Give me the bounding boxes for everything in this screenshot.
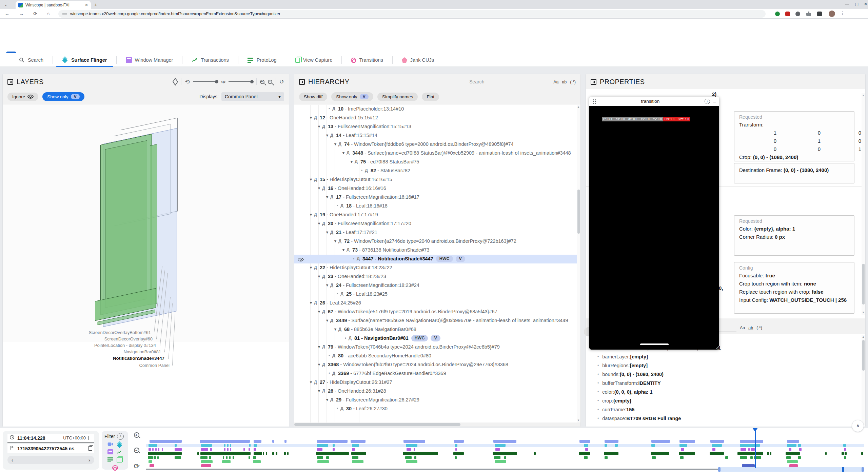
expand-arrow-icon[interactable]: ▼ [332,237,338,245]
leaf-dot-icon[interactable]: • [326,352,332,360]
tree-node[interactable]: •Д10 - ImePlaceholder:13:14#10 [294,105,580,114]
leaf-dot-icon[interactable]: • [326,369,332,378]
tree-node[interactable]: ▼Д74 - WindowToken{fdddbe6 type=2000 and… [294,140,580,149]
home-icon[interactable]: ⌂ [47,11,50,16]
timeline-reset-icon[interactable]: ⟳ [134,463,140,470]
timeline-collapse-button[interactable]: ∧ [852,420,864,432]
expand-arrow-icon[interactable]: ▼ [316,219,322,228]
tab-jank-cujs[interactable]: Jank CUJs [393,53,443,67]
expand-arrow-icon[interactable]: ▼ [332,325,338,334]
expand-arrow-icon[interactable]: ▼ [316,308,322,316]
expand-arrow-icon[interactable]: ▼ [340,149,347,157]
layer-label[interactable]: NavigationBar0#81 [3,349,161,354]
visibility-eye-icon[interactable] [298,256,304,262]
hierarchy-hscrollbar[interactable] [294,422,580,427]
forward-icon[interactable]: → [19,11,24,16]
rotate-view-icon[interactable]: ⟲ [185,79,190,85]
tree-node[interactable]: ▼Д24 - FullscreenMagnification:18:23#24 [294,281,580,290]
expand-arrow-icon[interactable]: ▼ [316,343,322,351]
expand-arrow-icon[interactable]: ▼ [349,158,355,166]
window-maximize-button[interactable]: ▢ [855,2,859,6]
cast-icon[interactable] [817,12,822,16]
current-ns-field[interactable]: 1715339054227572545 ns [7,444,94,453]
expand-arrow-icon[interactable]: ▼ [324,228,330,237]
panel-collapse-icon[interactable] [299,79,305,85]
filter-collapse-icon[interactable]: ∧ [117,433,124,440]
expand-arrow-icon[interactable]: ▼ [316,184,322,193]
expand-arrow-icon[interactable]: ▼ [308,299,314,307]
property-item[interactable]: •blurRegions: [empty] [586,361,865,370]
tab-transitions[interactable]: Transitions [342,53,392,67]
tree-node[interactable]: ▼Д17 - FullscreenMagnification:16:16#17 [294,193,580,202]
tree-node[interactable]: ▼Д72 - WindowToken{a2746de type=2040 and… [294,237,580,246]
screen-recording-icon[interactable] [107,442,113,447]
expand-arrow-icon[interactable]: ▼ [316,360,322,369]
tree-node[interactable]: •Д3447 - NotificationShade#3447HWCV [294,255,580,263]
tree-node[interactable]: ▼Д12 - OneHanded:15:15#12 [294,114,580,122]
property-item[interactable]: •currFrame: 155 [586,405,865,414]
info-icon[interactable]: i [705,99,710,104]
layer-label[interactable]: PointerLocation - display 0#134 [3,343,156,348]
tree-node[interactable]: •Д81 - NavigationBar0#81HWCV [294,334,580,343]
tab-protolog[interactable]: ProtoLog [238,53,286,67]
timeline-scroll-track[interactable] [146,469,718,470]
zoom-out-icon[interactable]: − [268,80,272,84]
chip-show-diff[interactable]: Show diff [299,93,327,101]
expand-arrow-icon[interactable]: ▼ [324,316,330,325]
layer-label[interactable]: NotificationShade#3447 [3,356,164,361]
drag-handle-icon[interactable] [593,99,596,103]
surface-flinger-icon[interactable] [117,442,122,447]
expand-arrow-icon[interactable]: ▼ [324,193,330,201]
view-capture-icon[interactable] [117,457,122,463]
tab-view-capture[interactable]: View Capture [286,53,342,67]
tree-node[interactable]: ▼Д29 - FullscreenMagnification:26:27#29 [294,396,580,405]
tree-node[interactable]: ▼Д28 - OneHanded:26:31#28 [294,387,580,396]
tree-node[interactable]: ▼Д21 - Leaf:17:17#21 [294,228,580,237]
tree-node[interactable]: ▼Д20 - FullscreenMagnification:17:17#20 [294,219,580,228]
expand-arrow-icon[interactable]: ▼ [308,378,314,387]
chip-show-only[interactable]: Show onlyV [331,92,373,101]
layer-label[interactable]: Common Panel [3,363,170,368]
hierarchy-search-input[interactable] [469,78,550,86]
property-item[interactable]: •color: (0, 0, 0), alpha: 1 [586,388,865,396]
timeline-tracks[interactable] [146,428,864,472]
tree-node[interactable]: ▼Д14 - Leaf:15:15#14 [294,131,580,140]
current-time-field[interactable]: 11:04:14.228 UTC+00:00 [7,434,94,442]
match-case-icon[interactable]: Aa [553,80,558,86]
tab-window-manager[interactable]: Window Manager [117,53,182,67]
timeline-zoom-out-icon[interactable]: − [134,448,139,453]
property-item[interactable]: •dataspace: BT709 sRGB Full range [586,414,865,423]
timeline-playhead[interactable] [755,428,756,468]
prev-frame-icon[interactable]: ‹ [12,457,13,463]
window-manager-icon[interactable] [107,449,113,454]
properties-vscrollbar[interactable]: ▲ [862,335,865,425]
hierarchy-vscrollbar[interactable]: ▲ ▼ [577,105,580,422]
regex-icon[interactable]: (.*) [756,326,762,332]
chip-simplify-names[interactable]: Simplify names [377,93,418,101]
property-item[interactable]: •barrierLayer: [empty] [586,352,865,361]
tree-node[interactable]: •Д3369 - 67726bf EdgeBackGestureHandler0… [294,369,580,378]
show-only-chip[interactable]: Show only V [42,92,84,101]
expand-arrow-icon[interactable]: ▼ [308,211,314,219]
expand-arrow-icon[interactable]: ▼ [340,246,347,254]
window-minimize-button[interactable]: — [845,2,849,6]
browser-tab[interactable]: Winscope | sandbox-FAI ✕ [16,1,91,9]
property-item[interactable]: •crop: {empty} [586,396,865,405]
tree-node[interactable]: •Д18 - Leaf:16:16#18 [294,202,580,211]
properties-upper-vscrollbar[interactable]: ▲ ▼ [862,93,865,315]
site-settings-icon[interactable] [62,12,67,16]
range-handle[interactable] [718,467,721,472]
leaf-dot-icon[interactable]: • [359,166,365,175]
transition-overlay-window[interactable]: transition i _ P: 0 / 1dX: 0.0dY: 0.0Xv:… [589,97,719,350]
expand-arrow-icon[interactable]: ▼ [324,131,330,140]
expand-arrow-icon[interactable]: ▼ [316,387,322,395]
tab-transactions[interactable]: Transactions [182,53,238,67]
layers-3d-view[interactable]: ScreenDecorOverlayBottom#61ScreenDecorOv… [3,105,289,342]
extension-icon[interactable] [795,12,800,16]
tab-close-icon[interactable]: ✕ [85,3,88,7]
copy-icon[interactable] [88,436,92,440]
timeline-zoom-in-icon[interactable]: + [134,432,139,438]
tree-node[interactable]: ▼Д13 - FullscreenMagnification:15:15#13 [294,122,580,131]
tree-node[interactable]: ▼Д27 - HideDisplayCutout:26:31#27 [294,378,580,387]
url-bar[interactable]: winscope.teams.x20web.corp.google.com/pr… [58,10,766,18]
